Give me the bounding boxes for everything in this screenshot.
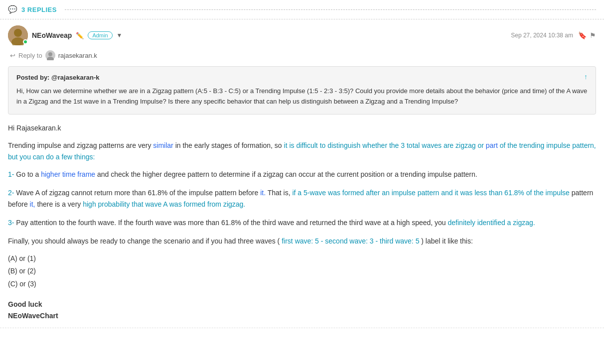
svg-point-1 — [14, 29, 22, 37]
item2: 2- Wave A of zigzag cannot return more t… — [8, 187, 596, 210]
greeting: Hi Rajasekaran.k — [8, 122, 596, 134]
closing: Good luck NEoWaveChart — [8, 299, 596, 322]
reply-arrow-icon: ↩ — [10, 52, 15, 59]
list-item-c: (C) or (3) — [8, 278, 596, 290]
post-header-right: Sep 27, 2024 10:38 am 🔖 ⚑ — [511, 31, 596, 39]
svg-point-4 — [48, 52, 52, 56]
replies-count: 3 REPLIES — [21, 6, 57, 13]
reply-username: rajasekaran.k — [58, 52, 97, 59]
list-items: (A) or (1) (B) or (2) (C) or (3) — [8, 253, 596, 289]
timestamp: Sep 27, 2024 10:38 am — [511, 32, 573, 39]
quoted-text: Hi, How can we determine whether we are … — [16, 86, 588, 107]
flag-icon[interactable]: ⚑ — [590, 31, 596, 39]
quoted-author: Posted by: @rajasekaran-k — [16, 74, 588, 81]
header-icons: 🔖 ⚑ — [578, 31, 596, 39]
item3: 3- Pay attention to the fourth wave. If … — [8, 217, 596, 229]
replies-icon: 💬 — [8, 5, 17, 14]
item1: 1- Go to a higher time frame and check t… — [8, 169, 596, 180]
username: NEoWaveap — [32, 31, 72, 39]
list-item-b: (B) or (2) — [8, 265, 596, 277]
finally-paragraph: Finally, you should always be ready to c… — [8, 236, 596, 247]
post-container: NEoWaveap ✏️ Admin ▼ Sep 27, 2024 10:38 … — [0, 19, 604, 328]
intro-paragraph: Trending impulse and zigzag patterns are… — [8, 140, 596, 163]
quoted-up-arrow[interactable]: ↑ — [584, 73, 588, 81]
reply-user-avatar — [45, 50, 55, 60]
quoted-post: Posted by: @rajasekaran-k Hi, How can we… — [8, 66, 596, 115]
closing-1: Good luck — [8, 299, 596, 310]
reply-to-label: Reply to — [18, 52, 42, 59]
dropdown-arrow[interactable]: ▼ — [117, 32, 123, 39]
bookmark-icon[interactable]: 🔖 — [578, 31, 587, 39]
list-item-a: (A) or (1) — [8, 253, 596, 264]
replies-separator — [65, 9, 596, 10]
online-indicator — [23, 39, 28, 44]
reply-to-row: ↩ Reply to rajasekaran.k — [8, 50, 596, 60]
post-header: NEoWaveap ✏️ Admin ▼ Sep 27, 2024 10:38 … — [8, 25, 596, 45]
replies-header: 💬 3 REPLIES — [0, 0, 604, 19]
admin-badge: Admin — [88, 31, 112, 39]
post-header-left: NEoWaveap ✏️ Admin ▼ — [8, 25, 122, 45]
avatar — [8, 25, 28, 45]
edit-icon[interactable]: ✏️ — [76, 32, 84, 39]
post-body: Hi Rajasekaran.k Trending impulse and zi… — [8, 122, 596, 322]
closing-2: NEoWaveChart — [8, 310, 596, 322]
